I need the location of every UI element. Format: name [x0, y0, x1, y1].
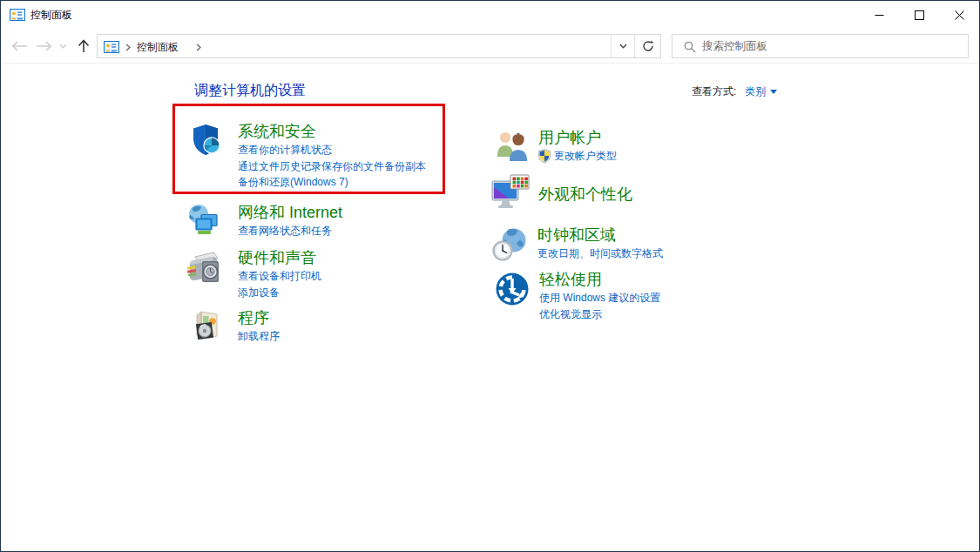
category-title-system-security[interactable]: 系统和安全: [238, 122, 426, 142]
uac-shield-icon: [538, 149, 551, 163]
link-suggested-settings[interactable]: 使用 Windows 建议的设置: [539, 290, 660, 306]
category-ease-of-access: 轻松使用 使用 Windows 建议的设置 优化视觉显示: [493, 270, 660, 322]
category-title-clock-region[interactable]: 时钟和区域: [537, 226, 663, 246]
hardware-sound-icon[interactable]: [185, 248, 225, 288]
link-view-network-status[interactable]: 查看网络状态和任务: [238, 223, 342, 239]
refresh-icon: [642, 40, 654, 52]
link-uninstall-program[interactable]: 卸载程序: [238, 328, 280, 345]
control-panel-icon: [10, 9, 25, 21]
link-add-device[interactable]: 添加设备: [238, 285, 321, 301]
category-title-appearance-personalization[interactable]: 外观和个性化: [538, 185, 632, 205]
minimize-button[interactable]: [859, 1, 899, 29]
link-backup-restore-windows7[interactable]: 备份和还原(Windows 7): [238, 174, 426, 191]
link-change-date-time-number-formats[interactable]: 更改日期、时间或数字格式: [537, 246, 663, 262]
close-icon: [955, 10, 964, 20]
appearance-personalization-icon[interactable]: [490, 173, 531, 213]
minimize-icon: [875, 10, 884, 20]
view-by-label: 查看方式:: [692, 85, 736, 98]
programs-icon[interactable]: [190, 308, 225, 345]
address-dropdown-button[interactable]: [612, 35, 634, 57]
category-title-user-accounts[interactable]: 用户帐户: [538, 128, 617, 148]
ease-of-access-icon[interactable]: [493, 270, 531, 308]
refresh-button[interactable]: [635, 35, 661, 57]
search-box[interactable]: [672, 34, 969, 58]
category-title-hardware-sound[interactable]: 硬件和声音: [238, 248, 321, 268]
chevron-down-icon: [619, 44, 627, 49]
view-by: 查看方式:类别: [692, 84, 777, 99]
chevron-down-icon: [59, 44, 67, 49]
address-bar[interactable]: 控制面板: [97, 34, 661, 58]
link-view-computer-status[interactable]: 查看你的计算机状态: [238, 142, 426, 158]
maximize-icon: [915, 10, 924, 20]
category-clock-region: 时钟和区域 更改日期、时间或数字格式: [491, 226, 663, 264]
link-file-history-backup[interactable]: 通过文件历史记录保存你的文件备份副本: [238, 158, 426, 175]
user-accounts-icon[interactable]: [494, 128, 531, 165]
maximize-button[interactable]: [899, 1, 939, 29]
chevron-down-icon[interactable]: [770, 90, 777, 94]
close-button[interactable]: [939, 1, 979, 29]
breadcrumb-control-panel[interactable]: 控制面板: [137, 40, 179, 55]
category-programs: 程序 卸载程序: [190, 308, 280, 345]
link-optimize-visual-display[interactable]: 优化视觉显示: [539, 306, 660, 323]
network-internet-icon[interactable]: [186, 203, 225, 239]
category-title-ease-of-access[interactable]: 轻松使用: [539, 270, 660, 290]
category-title-network-internet[interactable]: 网络和 Internet: [238, 203, 342, 223]
navigation-toolbar: 控制面板: [1, 29, 979, 64]
category-appearance-personalization: 外观和个性化: [490, 173, 632, 213]
category-user-accounts: 用户帐户 更改帐户类型: [494, 128, 617, 165]
page-title: 调整计算机的设置: [194, 82, 306, 100]
breadcrumb-chevron-icon[interactable]: [125, 44, 131, 51]
breadcrumb-chevron-icon[interactable]: [196, 44, 201, 51]
system-security-icon[interactable]: [188, 122, 225, 158]
control-panel-icon: [104, 41, 119, 53]
titlebar: 控制面板: [1, 1, 979, 29]
up-button[interactable]: [72, 29, 95, 64]
search-input[interactable]: [702, 36, 963, 57]
search-icon: [684, 41, 696, 53]
forward-arrow-icon: [36, 41, 52, 51]
category-hardware-sound: 硬件和声音 查看设备和打印机 添加设备: [185, 248, 321, 300]
category-network-internet: 网络和 Internet 查看网络状态和任务: [186, 203, 342, 239]
back-arrow-icon: [11, 41, 28, 51]
link-view-devices-printers[interactable]: 查看设备和打印机: [238, 268, 321, 285]
control-panel-window: 控制面板: [0, 0, 980, 552]
category-title-programs[interactable]: 程序: [238, 308, 280, 328]
recent-pages-button[interactable]: [56, 29, 70, 64]
view-by-category-link[interactable]: 类别: [745, 85, 766, 98]
link-change-account-type[interactable]: 更改帐户类型: [554, 148, 617, 165]
category-system-security: 系统和安全 查看你的计算机状态 通过文件历史记录保存你的文件备份副本 备份和还原…: [188, 122, 426, 191]
up-arrow-icon: [78, 39, 90, 53]
back-button[interactable]: [8, 29, 30, 64]
clock-region-icon[interactable]: [491, 226, 530, 264]
window-title: 控制面板: [30, 8, 72, 23]
forward-button[interactable]: [32, 29, 55, 64]
